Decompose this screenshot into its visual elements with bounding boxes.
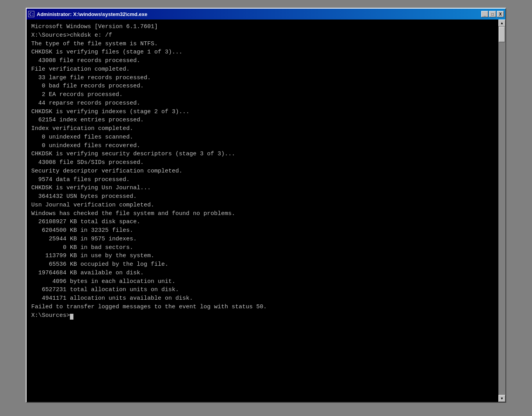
scrollbar-thumb[interactable]	[499, 27, 505, 42]
console-line: Security descriptor verification complet…	[31, 167, 494, 176]
console-line: 9574 data files processed.	[31, 176, 494, 184]
console-line: 6204500 KB in 32325 files.	[31, 226, 494, 235]
svg-text:C:\: C:\	[29, 12, 34, 16]
console-line: 0 unindexed files recovered.	[31, 142, 494, 150]
cmd-icon: C:\	[28, 11, 34, 17]
cursor-blink	[70, 314, 73, 320]
console-line: 4941171 allocation units available on di…	[31, 294, 494, 303]
title-bar-buttons: _ □ X	[481, 11, 504, 17]
cmd-window: C:\ Administrator: X:\windows\system32\c…	[26, 8, 506, 403]
restore-button[interactable]: □	[489, 11, 496, 17]
scroll-down-button[interactable]: ▼	[498, 395, 505, 402]
console-line: 43008 file records processed.	[31, 57, 494, 65]
console-line: CHKDSK is verifying indexes (stage 2 of …	[31, 108, 494, 116]
console-line: File verification completed.	[31, 65, 494, 74]
console-line: X:\Sources>chkdsk e: /f	[31, 31, 494, 40]
title-bar-left: C:\ Administrator: X:\windows\system32\c…	[28, 11, 147, 17]
console-output: Microsoft Windows [Version 6.1.7601]X:\S…	[27, 20, 498, 402]
console-line: 33 large file records processed.	[31, 74, 494, 82]
console-line: Index verification completed.	[31, 124, 494, 133]
console-line: Failed to transfer logged messages to th…	[31, 303, 494, 311]
console-line: 62154 index entries processed.	[31, 116, 494, 124]
scroll-up-button[interactable]: ▲	[498, 20, 505, 27]
console-line: CHKDSK is verifying Usn Journal...	[31, 184, 494, 192]
title-bar: C:\ Administrator: X:\windows\system32\c…	[27, 9, 505, 20]
console-line: 19764684 KB available on disk.	[31, 269, 494, 277]
console-line: 43008 file SDs/SIDs processed.	[31, 158, 494, 167]
console-line: 44 reparse records processed.	[31, 99, 494, 108]
console-line: 0 KB in bad sectors.	[31, 244, 494, 252]
window-title: Administrator: X:\windows\system32\cmd.e…	[37, 11, 147, 17]
console-line: 0 bad file records processed.	[31, 82, 494, 91]
close-button[interactable]: X	[497, 11, 504, 17]
console-line: 4096 bytes in each allocation unit.	[31, 277, 494, 286]
console-line: CHKDSK is verifying files (stage 1 of 3)…	[31, 48, 494, 57]
window-body: Microsoft Windows [Version 6.1.7601]X:\S…	[27, 20, 505, 402]
console-line: 113799 KB in use by the system.	[31, 252, 494, 260]
console-line: Microsoft Windows [Version 6.1.7601]	[31, 23, 494, 31]
console-line: 0 unindexed files scanned.	[31, 133, 494, 142]
console-line: Windows has checked the file system and …	[31, 210, 494, 218]
console-line: X:\Sources>	[31, 311, 494, 320]
console-line: 25944 KB in 9575 indexes.	[31, 235, 494, 244]
minimize-button[interactable]: _	[481, 11, 488, 17]
scrollbar: ▲ ▼	[498, 20, 505, 402]
console-line: Usn Journal verification completed.	[31, 201, 494, 210]
scrollbar-track[interactable]	[498, 27, 505, 395]
console-line: The type of the file system is NTFS.	[31, 40, 494, 48]
console-line: 65536 KB occupied by the log file.	[31, 260, 494, 269]
console-line: 6527231 total allocation units on disk.	[31, 286, 494, 294]
console-line: CHKDSK is verifying security descriptors…	[31, 150, 494, 158]
console-line: 2 EA records processed.	[31, 91, 494, 99]
console-line: 3641432 USN bytes processed.	[31, 192, 494, 201]
console-line: 26108927 KB total disk space.	[31, 218, 494, 226]
